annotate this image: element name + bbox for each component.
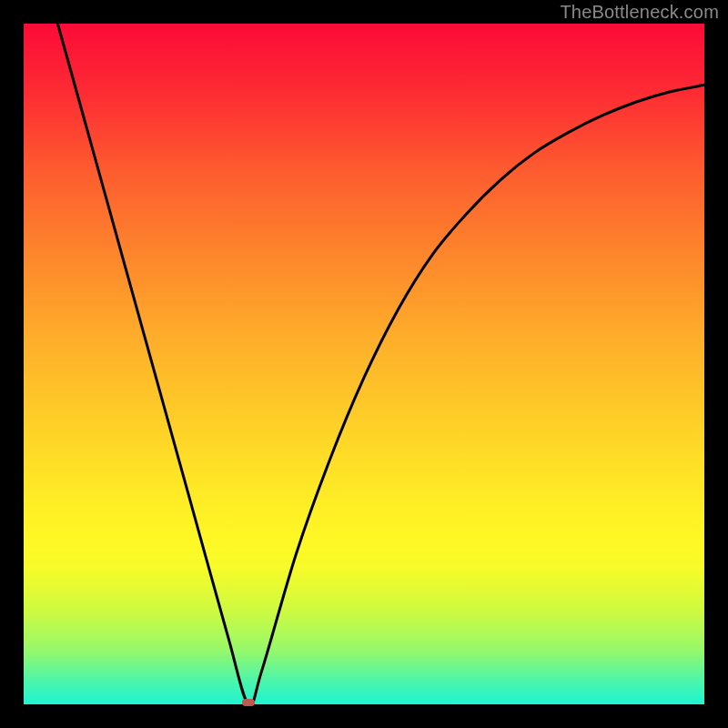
bottleneck-curve <box>57 24 704 704</box>
watermark-label: TheBottleneck.com <box>560 2 719 23</box>
chart-curve-svg <box>24 24 704 704</box>
chart-plot-area <box>24 24 704 704</box>
optimum-marker <box>242 699 255 706</box>
